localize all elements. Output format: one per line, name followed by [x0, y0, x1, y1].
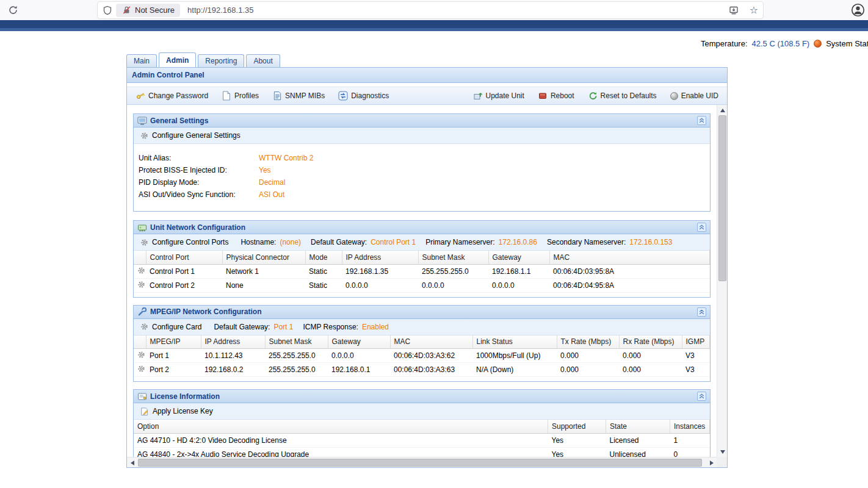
column-header[interactable]: Option [134, 420, 548, 433]
horizontal-scroll-thumb[interactable] [138, 459, 702, 467]
reboot-button[interactable]: Reboot [534, 89, 578, 102]
column-header[interactable]: MAC [549, 251, 710, 264]
cell: AG 44710 - HD 4:2:0 Video Decoding Licen… [134, 433, 548, 447]
update-unit-button[interactable]: Update Unit [469, 89, 528, 102]
scroll-right-button[interactable] [706, 458, 717, 468]
save-page-icon[interactable] [729, 5, 739, 15]
tab-main[interactable]: Main [126, 54, 157, 67]
site-identity-chip[interactable]: Not Secure [116, 4, 180, 17]
horizontal-scrollbar[interactable] [127, 457, 717, 467]
column-header-gear [134, 251, 146, 264]
column-header-gear [134, 336, 146, 349]
column-header[interactable]: Gateway [328, 336, 390, 349]
column-header[interactable]: Supported [548, 420, 606, 433]
column-header[interactable]: MAC [390, 336, 472, 349]
collapse-unit-network-button[interactable] [697, 223, 706, 232]
cell: Control Port 1 [146, 264, 222, 278]
configure-control-ports-label: Configure Control Ports [152, 238, 228, 246]
column-header[interactable]: Subnet Mask [418, 251, 488, 264]
reset-to-defaults-button[interactable]: Reset to Defaults [584, 89, 660, 102]
url-actions: ☆ [729, 5, 758, 15]
admin-panel-body: General Settings Configure General Setti… [127, 105, 727, 467]
scroll-down-button[interactable] [717, 447, 728, 457]
scroll-up-button[interactable] [717, 105, 728, 115]
row-config-gear-icon[interactable] [137, 365, 145, 373]
column-header[interactable]: Tx Rate (Mbps) [557, 336, 619, 349]
vertical-scroll-thumb[interactable] [718, 115, 726, 281]
collapse-general-settings-button[interactable] [697, 116, 706, 125]
column-header[interactable]: IP Address [201, 336, 265, 349]
default-gateway-value: Control Port 1 [371, 238, 416, 246]
apply-license-key-button[interactable]: Apply License Key [138, 406, 215, 417]
table-row[interactable]: AG 44710 - HD 4:2:0 Video Decoding Licen… [134, 433, 710, 447]
column-header[interactable]: Subnet Mask [265, 336, 328, 349]
row-config-gear-icon[interactable] [137, 267, 145, 274]
enable-uid-button[interactable]: Enable UID [667, 90, 722, 102]
secondary-nameserver-value: 172.16.0.153 [629, 238, 672, 246]
column-header[interactable]: Link Status [472, 336, 557, 349]
cell: 0.000 [619, 363, 682, 377]
column-header[interactable]: Physical Connector [222, 251, 305, 264]
cell: 10.1.112.43 [201, 349, 265, 363]
row-config-gear-icon[interactable] [137, 281, 145, 289]
cell: 0.000 [557, 363, 619, 377]
reboot-label: Reboot [551, 92, 574, 100]
pid-display-mode-label: PID Display Mode: [139, 178, 259, 187]
table-row[interactable]: Control Port 2 None Static 0.0.0.0 0.0.0… [134, 278, 710, 292]
column-header[interactable]: Control Port [146, 251, 222, 264]
gear-icon [140, 132, 148, 140]
cell: 00:06:4D:03:A3:63 [390, 363, 472, 377]
url-bar[interactable]: Not Secure http://192.168.1.35 ☆ [98, 2, 763, 18]
table-row[interactable]: AG 44840 - 2x->4x Audio Service Decoding… [134, 447, 710, 457]
update-unit-label: Update Unit [486, 92, 524, 100]
cell: 1 [670, 433, 710, 447]
configure-control-ports-button[interactable]: Configure Control Ports [138, 237, 231, 248]
account-profile-icon[interactable] [851, 3, 865, 17]
tab-reporting[interactable]: Reporting [198, 54, 244, 67]
column-header[interactable]: Gateway [488, 251, 549, 264]
snmp-mibs-button[interactable]: SNMP MIBs [269, 89, 328, 102]
change-password-button[interactable]: Change Password [132, 89, 212, 102]
column-header[interactable]: MPEG/IP [146, 336, 201, 349]
column-header[interactable]: Mode [305, 251, 342, 264]
temperature-label: Temperature: [701, 39, 748, 48]
unit-network-toolbar: Configure Control Ports Hostname: (none)… [134, 234, 710, 251]
field-row: ASI Out/Video Sync Function: ASI Out [139, 188, 710, 201]
cell: Port 2 [146, 363, 201, 377]
system-status-label: System Status [826, 39, 868, 48]
scroll-left-button[interactable] [127, 458, 137, 468]
column-header[interactable]: IP Address [342, 251, 418, 264]
diagnostics-label: Diagnostics [351, 92, 389, 100]
license-table: Option Supported State Instances AG 4471… [134, 420, 710, 457]
configure-general-settings-label: Configure General Settings [152, 131, 241, 140]
row-config-gear-icon[interactable] [137, 351, 145, 359]
table-row[interactable]: Port 1 10.1.112.43 255.255.255.0 0.0.0.0… [134, 349, 710, 363]
configure-general-settings-button[interactable]: Configure General Settings [138, 130, 243, 141]
cell: 192.168.1.1 [488, 264, 549, 278]
table-row[interactable]: Control Port 1 Network 1 Static 192.168.… [134, 264, 710, 278]
cell: 192.168.1.35 [342, 264, 418, 278]
column-header[interactable]: IGMP [682, 336, 710, 349]
gear-icon [140, 239, 148, 246]
profiles-button[interactable]: Profiles [218, 89, 262, 102]
column-header[interactable]: State [606, 420, 670, 433]
tracking-shield-icon[interactable] [103, 5, 112, 15]
column-header[interactable]: Instances [670, 420, 710, 433]
column-header[interactable]: Rx Rate (Mbps) [619, 336, 682, 349]
insecure-lock-icon [121, 5, 131, 15]
vertical-scrollbar[interactable] [717, 105, 727, 457]
bookmark-star-icon[interactable]: ☆ [750, 5, 758, 15]
url-text[interactable]: http://192.168.1.35 [187, 5, 253, 15]
snmp-mibs-icon [272, 91, 282, 101]
diagnostics-button[interactable]: Diagnostics [335, 89, 392, 102]
tab-about[interactable]: About [246, 54, 280, 67]
cell: 1000Mbps/Full (Up) [472, 349, 557, 363]
main-tab-bar: Main Admin Reporting About [126, 52, 280, 67]
collapse-mpeg-network-button[interactable] [697, 307, 706, 317]
configure-card-button[interactable]: Configure Card [138, 321, 204, 332]
collapse-license-information-button[interactable] [697, 392, 706, 401]
tab-admin[interactable]: Admin [159, 52, 196, 67]
cell: Network 1 [222, 264, 305, 278]
reload-button[interactable] [6, 4, 20, 17]
table-row[interactable]: Port 2 192.168.0.2 255.255.255.0 192.168… [134, 363, 710, 377]
